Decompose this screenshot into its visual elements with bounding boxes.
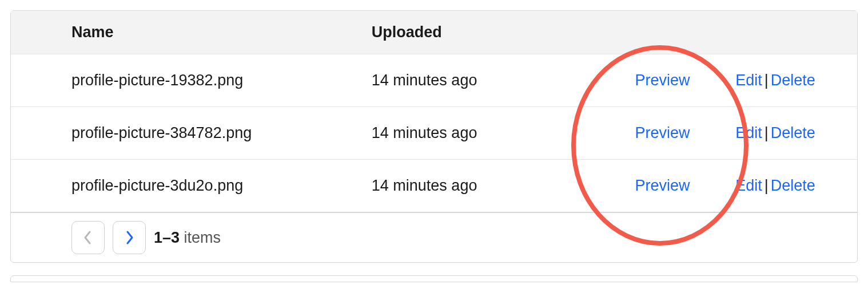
pagination: 1–3 items xyxy=(71,221,846,254)
preview-link[interactable]: Preview xyxy=(635,72,690,89)
cell-actions: Edit|Delete xyxy=(722,54,857,107)
action-separator: | xyxy=(762,72,771,89)
cell-preview: Preview xyxy=(603,54,722,107)
edit-link[interactable]: Edit xyxy=(735,177,762,194)
next-page-button[interactable] xyxy=(113,221,146,254)
edit-link[interactable]: Edit xyxy=(735,72,762,89)
files-table: Name Uploaded profile-picture-19382.png1… xyxy=(11,11,857,262)
files-panel: Name Uploaded profile-picture-19382.png1… xyxy=(10,10,858,263)
column-header-actions xyxy=(722,11,857,54)
delete-link[interactable]: Delete xyxy=(771,72,815,89)
cell-name: profile-picture-3du2o.png xyxy=(11,160,358,213)
action-separator: | xyxy=(762,177,771,194)
column-header-name: Name xyxy=(11,11,358,54)
table-row: profile-picture-384782.png14 minutes ago… xyxy=(11,107,857,160)
cell-uploaded: 14 minutes ago xyxy=(358,107,603,160)
cell-uploaded: 14 minutes ago xyxy=(358,160,603,213)
cell-actions: Edit|Delete xyxy=(722,160,857,213)
pagination-items-label: items xyxy=(180,229,221,246)
edit-link[interactable]: Edit xyxy=(735,124,762,141)
pagination-summary: 1–3 items xyxy=(154,229,221,247)
secondary-panel xyxy=(10,275,858,282)
table-row: profile-picture-3du2o.png14 minutes agoP… xyxy=(11,160,857,213)
delete-link[interactable]: Delete xyxy=(771,177,815,194)
cell-uploaded: 14 minutes ago xyxy=(358,54,603,107)
cell-name: profile-picture-384782.png xyxy=(11,107,358,160)
chevron-right-icon xyxy=(124,230,135,246)
delete-link[interactable]: Delete xyxy=(771,124,815,141)
pagination-range: 1–3 xyxy=(154,229,180,246)
table-row: profile-picture-19382.png14 minutes agoP… xyxy=(11,54,857,107)
table-header-row: Name Uploaded xyxy=(11,11,857,54)
chevron-left-icon xyxy=(82,230,94,246)
cell-actions: Edit|Delete xyxy=(722,107,857,160)
column-header-uploaded: Uploaded xyxy=(358,11,603,54)
column-header-preview xyxy=(603,11,722,54)
pagination-row: 1–3 items xyxy=(11,212,857,262)
cell-preview: Preview xyxy=(603,107,722,160)
action-separator: | xyxy=(762,124,771,141)
cell-name: profile-picture-19382.png xyxy=(11,54,358,107)
cell-preview: Preview xyxy=(603,160,722,213)
preview-link[interactable]: Preview xyxy=(635,124,690,141)
preview-link[interactable]: Preview xyxy=(635,177,690,194)
previous-page-button[interactable] xyxy=(71,221,105,254)
